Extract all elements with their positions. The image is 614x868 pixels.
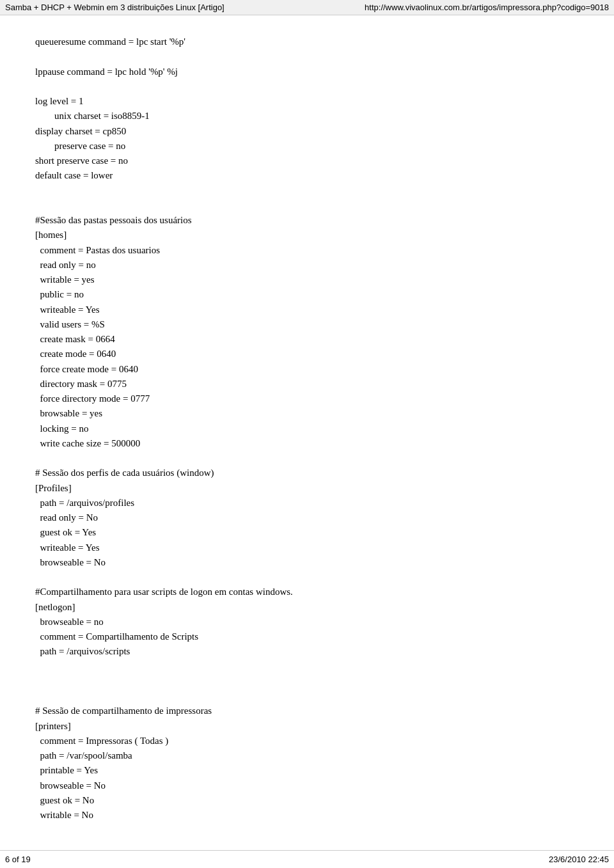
page-url: http://www.vivaolinux.com.br/artigos/imp… — [365, 3, 609, 12]
main-content: queueresume command = lpc start '%p' lpp… — [0, 15, 614, 861]
datetime: 23/6/2010 22:45 — [549, 855, 609, 864]
article-text: queueresume command = lpc start '%p' lpp… — [35, 35, 579, 823]
bottom-bar: 6 of 19 23/6/2010 22:45 — [0, 850, 614, 868]
page-title: Samba + DHCP + Webmin em 3 distribuições… — [5, 3, 224, 12]
top-bar: Samba + DHCP + Webmin em 3 distribuições… — [0, 0, 614, 15]
page-number: 6 of 19 — [5, 855, 31, 864]
